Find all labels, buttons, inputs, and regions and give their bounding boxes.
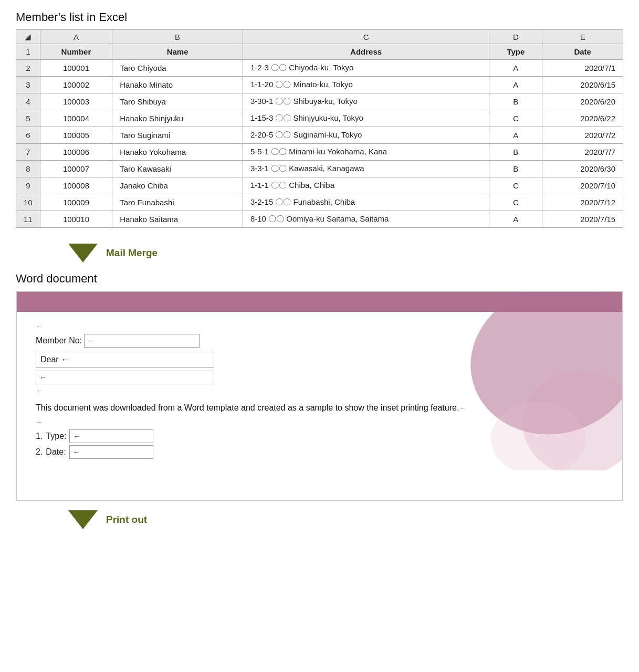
table-row: 8100007Taro Kawasaki3-3-1 〇〇 Kawasaki, K…: [16, 161, 623, 177]
name-cell: Taro Kawasaki: [112, 161, 243, 177]
address-cell: 8-10 〇〇 Oomiya-ku Saitama, Saitama: [243, 211, 489, 228]
type-cell: B: [489, 144, 542, 161]
arrow-down-icon-2: [68, 510, 98, 529]
address-cell: 3-2-15 〇〇 Funabashi, Chiba: [243, 194, 489, 211]
row-num-cell: 3: [16, 77, 40, 93]
date-return: ←: [73, 448, 80, 456]
date-cell: 2020/7/12: [542, 194, 623, 211]
type-merge-field: ←: [69, 429, 153, 443]
name-cell: Hanako Saitama: [112, 211, 243, 228]
row-num-cell: 11: [16, 211, 40, 228]
standalone-return: ←: [36, 386, 603, 395]
number-cell: 100006: [40, 144, 112, 161]
col-a-header: A: [40, 30, 112, 44]
name-cell: Hanako Minato: [112, 77, 243, 93]
print-out-arrow: Print out: [16, 510, 623, 529]
number-cell: 100003: [40, 93, 112, 110]
name-cell: Taro Chiyoda: [112, 60, 243, 77]
date-cell: 2020/6/20: [542, 93, 623, 110]
type-cell: C: [489, 110, 542, 127]
table-row: 4100003Taro Shibuya3-30-1 〇〇 Shibuya-ku,…: [16, 93, 623, 110]
type-cell: C: [489, 194, 542, 211]
row-num-cell: 2: [16, 60, 40, 77]
number-cell: 100009: [40, 194, 112, 211]
header-cell-2: Address: [243, 44, 489, 60]
col-b-header: B: [112, 30, 243, 44]
address-cell: 1-15-3 〇〇 Shinjyuku-ku, Tokyo: [243, 110, 489, 127]
type-cell: A: [489, 127, 542, 144]
address-cell: 2-20-5 〇〇 Suginami-ku, Tokyo: [243, 127, 489, 144]
address-cell: 5-5-1 〇〇 Minami-ku Yokohama, Kana: [243, 144, 489, 161]
member-no-return: ←: [88, 337, 95, 345]
header-cell-3: Type: [489, 44, 542, 60]
header-cell-0: Number: [40, 44, 112, 60]
date-cell: 2020/7/7: [542, 144, 623, 161]
address-cell: 3-30-1 〇〇 Shibuya-ku, Tokyo: [243, 93, 489, 110]
name-cell: Taro Suginami: [112, 127, 243, 144]
dear-box: Dear ←: [36, 352, 214, 368]
table-row: 5100004Hanako Shinjyuku1-15-3 〇〇 Shinjyu…: [16, 110, 623, 127]
name-cell: Janako Chiba: [112, 177, 243, 194]
number-cell: 100002: [40, 77, 112, 93]
table-row: 11100010Hanako Saitama8-10 〇〇 Oomiya-ku …: [16, 211, 623, 228]
row-num-cell: 4: [16, 93, 40, 110]
col-header-row: ◢ A B C D E: [16, 30, 623, 44]
empty-field-box: ←: [36, 371, 214, 384]
row-num-cell: 7: [16, 144, 40, 161]
member-no-field: ←: [84, 334, 200, 348]
type-cell: C: [489, 177, 542, 194]
type-cell: B: [489, 93, 542, 110]
date-cell: 2020/6/15: [542, 77, 623, 93]
date-cell: 2020/7/15: [542, 211, 623, 228]
table-row: 7100006Hanako Yokohama5-5-1 〇〇 Minami-ku…: [16, 144, 623, 161]
excel-title: Member's list in Excel: [16, 10, 623, 24]
table-row: 10100009Taro Funabashi3-2-15 〇〇 Funabash…: [16, 194, 623, 211]
address-cell: 1-1-1 〇〇 Chiba, Chiba: [243, 177, 489, 194]
header-cell-4: Date: [542, 44, 623, 60]
col-e-header: E: [542, 30, 623, 44]
word-section: Word document ← Member No: ← Dear: [16, 272, 623, 501]
word-doc-content: ← Member No: ← Dear ← ← ← This: [17, 312, 622, 477]
type-return: ←: [73, 432, 80, 440]
address-cell: 1-2-3 〇〇 Chiyoda-ku, Tokyo: [243, 60, 489, 77]
address-cell: 1-1-20 〇〇 Minato-ku, Tokyo: [243, 77, 489, 93]
table-row: 6100005Taro Suginami2-20-5 〇〇 Suginami-k…: [16, 127, 623, 144]
word-header-bar: [17, 292, 622, 312]
address-cell: 3-3-1 〇〇 Kawasaki, Kanagawa: [243, 161, 489, 177]
print-out-label: Print out: [106, 514, 147, 526]
word-title: Word document: [16, 272, 623, 286]
date-merge-field: ←: [69, 445, 153, 459]
number-cell: 100008: [40, 177, 112, 194]
table-row: 1NumberNameAddressTypeDate: [16, 44, 623, 60]
top-return-mark: ←: [36, 322, 603, 331]
body-text: This document was downloaded from a Word…: [36, 401, 603, 415]
date-cell: 2020/7/1: [542, 60, 623, 77]
number-cell: 100001: [40, 60, 112, 77]
member-no-line: Member No: ←: [36, 334, 603, 348]
date-label: Date:: [46, 447, 66, 457]
word-doc-box: ← Member No: ← Dear ← ← ← This: [16, 291, 623, 501]
name-cell: Taro Funabashi: [112, 194, 243, 211]
mail-merge-arrow: Mail Merge: [16, 244, 623, 262]
date-cell: 2020/6/22: [542, 110, 623, 127]
empty-return: ←: [39, 373, 47, 382]
number-cell: 100005: [40, 127, 112, 144]
table-row: 9100008Janako Chiba1-1-1 〇〇 Chiba, Chiba…: [16, 177, 623, 194]
body-text-content: This document was downloaded from a Word…: [36, 403, 459, 412]
mail-merge-label: Mail Merge: [106, 247, 158, 259]
dear-text: Dear: [40, 355, 59, 364]
date-cell: 2020/6/30: [542, 161, 623, 177]
type-cell: A: [489, 60, 542, 77]
type-num: 1.: [36, 432, 43, 441]
date-list-item: 2. Date: ←: [36, 445, 603, 459]
date-num: 2.: [36, 447, 43, 457]
row-num-cell: 6: [16, 127, 40, 144]
number-cell: 100004: [40, 110, 112, 127]
name-cell: Hanako Yokohama: [112, 144, 243, 161]
body-after-return: ←: [36, 418, 603, 426]
row-num-cell: 8: [16, 161, 40, 177]
member-no-label: Member No:: [36, 336, 82, 345]
row-num-cell: 5: [16, 110, 40, 127]
excel-section: Member's list in Excel ◢ A B C D E 1Numb…: [16, 10, 623, 228]
table-row: 2100001Taro Chiyoda1-2-3 〇〇 Chiyoda-ku, …: [16, 60, 623, 77]
